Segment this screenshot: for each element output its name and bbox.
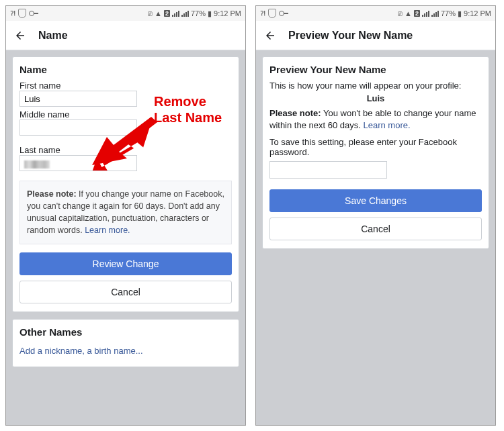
right-phone-frame: ⁈ ⎚ ▲ 2 77% ▮ 9:12 PM Preview Your New N…	[255, 5, 496, 426]
signal-icon	[172, 11, 179, 17]
vpn-key-icon	[29, 11, 38, 16]
app-header: Name	[6, 21, 245, 50]
password-input[interactable]	[269, 161, 387, 179]
preview-note: Please note: You won't be able to change…	[269, 107, 482, 132]
last-name-label: Last name	[19, 145, 232, 155]
sim-badge: 2	[164, 10, 170, 17]
sim-badge: 2	[414, 10, 420, 17]
status-bar: ⁈ ⎚ ▲ 2 77% ▮ 9:12 PM	[6, 6, 245, 21]
cast-icon: ⎚	[398, 9, 403, 17]
learn-more-link[interactable]: Learn more.	[363, 120, 410, 130]
page-title: Preview Your New Name	[288, 30, 413, 42]
first-name-label: First name	[19, 81, 232, 91]
wifi-icon: ▲	[405, 9, 412, 17]
status-bar: ⁈ ⎚ ▲ 2 77% ▮ 9:12 PM	[256, 6, 495, 21]
battery-icon: ▮	[458, 9, 462, 18]
back-arrow-icon[interactable]	[264, 29, 276, 42]
page-title: Name	[38, 30, 68, 42]
learn-more-link[interactable]: Learn more.	[85, 226, 130, 235]
preview-card-title: Preview Your New Name	[269, 64, 482, 75]
clock: 9:12 PM	[214, 9, 241, 17]
preview-display-name: Luis	[269, 93, 482, 103]
signal-icon-2	[431, 11, 439, 17]
name-card-title: Name	[19, 64, 232, 75]
cast-icon: ⎚	[148, 9, 153, 17]
wifi-icon: ▲	[155, 9, 162, 17]
notification-icon: ⁈	[10, 9, 15, 18]
cancel-button[interactable]: Cancel	[269, 218, 482, 240]
preview-intro: This is how your name will appear on you…	[269, 81, 482, 91]
notification-icon: ⁈	[260, 9, 265, 18]
vpn-key-icon	[279, 11, 288, 16]
save-changes-button[interactable]: Save Changes	[269, 189, 482, 212]
battery-icon: ▮	[208, 9, 212, 18]
clock: 9:12 PM	[464, 9, 491, 17]
add-other-name-link[interactable]: Add a nickname, a birth name...	[19, 343, 232, 358]
battery-percent: 77%	[191, 9, 206, 17]
middle-name-label: Middle name	[19, 109, 232, 119]
battery-percent: 77%	[441, 9, 456, 17]
note-box: Please note: If you change your name on …	[19, 181, 232, 244]
shield-icon	[18, 9, 26, 18]
review-change-button[interactable]: Review Change	[19, 252, 232, 275]
other-names-title: Other Names	[19, 326, 232, 338]
signal-icon-2	[181, 11, 189, 17]
other-names-card: Other Names Add a nickname, a birth name…	[12, 319, 239, 367]
app-header: Preview Your New Name	[256, 21, 495, 50]
middle-name-input[interactable]	[19, 119, 137, 136]
first-name-input[interactable]	[19, 91, 137, 107]
note-prefix: Please note:	[269, 108, 321, 118]
note-prefix: Please note:	[27, 189, 77, 199]
shield-icon	[268, 9, 276, 18]
name-card: Name First name Middle name Last name Pl…	[12, 56, 239, 312]
preview-card: Preview Your New Name This is how your n…	[262, 56, 489, 249]
password-prompt: To save this setting, please enter your …	[269, 137, 482, 157]
back-arrow-icon[interactable]	[14, 29, 26, 42]
blurred-last-name	[24, 160, 50, 169]
left-phone-frame: ⁈ ⎚ ▲ 2 77% ▮ 9:12 PM Name Name First na…	[5, 5, 246, 426]
last-name-input[interactable]	[19, 155, 137, 171]
signal-icon	[422, 11, 429, 17]
cancel-button[interactable]: Cancel	[19, 281, 232, 303]
